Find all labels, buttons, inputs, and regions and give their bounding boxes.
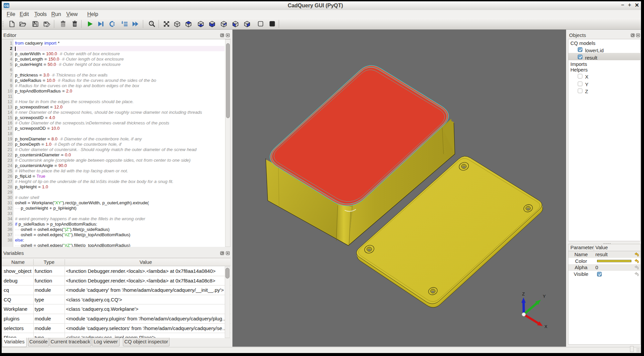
svg-text:Z: Z [522, 291, 525, 296]
svg-text:X: X [544, 324, 547, 329]
svg-text:Y: Y [543, 294, 546, 299]
